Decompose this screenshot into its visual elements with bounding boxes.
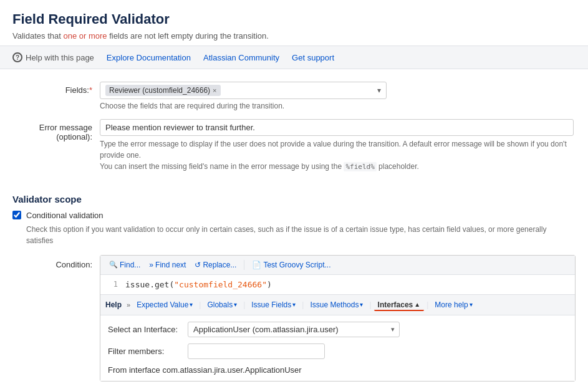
scope-title: Validator scope [12,194,576,204]
error-message-content: Type the error message to display if the… [100,119,576,173]
subtitle-after: fields are not left empty during the tra… [107,31,269,41]
condition-editor: 🔍 Find... » Find next ↺ Replace... 📄 [100,255,576,382]
select-interface-row: Select an Interface: ApplicationUser (co… [108,322,567,337]
nav-issue-methods-label: Issue Methods [310,300,359,309]
subtitle-before: Validates that [12,31,63,41]
page-subtitle: Validates that one or more fields are no… [12,31,576,41]
conditional-validation-label: Conditional validation [26,211,104,220]
conditional-validation-row: Conditional validation [12,211,576,220]
error-hint-1: Type the error message to display if the… [100,140,567,160]
nav-item-issue-fields[interactable]: Issue Fields ▾ [248,299,299,311]
search-icon: 🔍 [109,261,118,269]
nav-interfaces-arrow: ▲ [414,301,420,308]
fields-content: Reviewer (customfield_24666) × ▾ Choose … [100,82,576,110]
nav-item-more-help[interactable]: More help ▾ [431,299,476,311]
page-header: Field Required Validator Validates that … [0,0,588,46]
find-next-button[interactable]: » Find next [145,259,190,271]
code-text: issue.get("customfield_24666") [125,280,272,289]
nav-issue-methods-arrow: ▾ [360,301,363,308]
interface-select[interactable]: ApplicationUser (com.atlassian.jira.user… [188,322,400,337]
toolbar-divider [244,260,244,270]
field-tag-label: Reviewer (customfield_24666) [109,86,210,95]
nav-more-help-arrow: ▾ [470,301,473,308]
nav-more-help-label: More help [435,300,468,309]
error-message-label: Error message (optional): [12,119,100,142]
nav-item-expected[interactable]: Expected Value ▾ [133,299,196,311]
fields-dropdown-arrow[interactable]: ▾ [377,86,381,95]
conditional-validation-checkbox[interactable] [12,211,21,219]
interface-section: Select an Interface: ApplicationUser (co… [100,315,575,381]
form-area: Fields:* Reviewer (customfield_24666) × … [0,69,588,188]
code-line-1: 1 issue.get("customfield_24666") [105,280,570,289]
nav-globals-label: Globals [207,300,233,309]
filter-members-input[interactable] [188,343,325,359]
chevrons-icon: » [149,261,153,269]
error-hint-3: placeholder. [377,162,419,171]
nav-globals-arrow: ▾ [234,301,237,308]
filter-members-label: Filter members: [108,347,183,356]
scope-hint: Check this option if you want validation… [26,224,576,246]
line-number: 1 [105,280,118,289]
help-bar: ? Help with this page Explore Documentat… [0,46,588,69]
help-with-page-item: ? Help with this page [12,52,94,62]
get-support-link[interactable]: Get support [292,53,334,62]
nav-expected-label: Expected Value [137,300,188,309]
error-message-input[interactable] [100,119,574,136]
filter-members-row: Filter members: [108,343,567,359]
atlassian-community-link[interactable]: Atlassian Community [203,53,279,62]
test-icon: 📄 [252,261,261,269]
select-interface-label: Select an Interface: [108,325,183,334]
page-title: Field Required Validator [12,11,576,27]
help-nav-chevron: » [127,301,130,309]
error-hint-2: You can insert the missing field's name … [100,162,344,171]
find-button[interactable]: 🔍 Find... [105,259,144,271]
fields-select[interactable]: Reviewer (customfield_24666) × ▾ [100,82,387,99]
test-groovy-button[interactable]: 📄 Test Groovy Script... [248,259,334,271]
from-interface-text: From interface com.atlassian.jira.user.A… [108,365,302,375]
scope-section: Validator scope Conditional validation C… [0,188,588,385]
subtitle-highlight: one or more [63,31,107,41]
help-circle-icon: ? [12,52,22,62]
field-tag-remove[interactable]: × [213,87,216,94]
condition-label: Condition: [12,255,100,269]
replace-button[interactable]: ↺ Replace... [191,259,240,271]
editor-toolbar: 🔍 Find... » Find next ↺ Replace... 📄 [100,256,575,275]
fields-label: Fields:* [12,82,100,95]
field-tag: Reviewer (customfield_24666) × [105,85,221,96]
nav-issue-fields-arrow: ▾ [292,301,296,308]
page-container: Field Required Validator Validates that … [0,0,588,384]
field-placeholder-code: %field% [344,162,376,171]
explore-docs-link[interactable]: Explore Documentation [107,53,191,62]
help-with-page-label: Help with this page [26,53,94,62]
nav-interfaces-label: Interfaces [378,300,413,309]
nav-item-globals[interactable]: Globals ▾ [203,299,241,311]
help-nav-label: Help [105,300,122,309]
from-text: From interface com.atlassian.jira.user.A… [108,365,567,375]
required-indicator: * [89,85,92,95]
nav-issue-fields-label: Issue Fields [251,300,291,309]
error-message-row: Error message (optional): Type the error… [12,119,576,173]
fields-hint: Choose the fields that are required duri… [100,102,576,110]
error-hint: Type the error message to display if the… [100,138,576,173]
nav-item-interfaces[interactable]: Interfaces ▲ [374,299,425,311]
code-editor[interactable]: 1 issue.get("customfield_24666") [100,275,575,294]
fields-row: Fields:* Reviewer (customfield_24666) × … [12,82,576,110]
help-nav: Help » Expected Value ▾ | Globals ▾ | Is… [100,294,575,315]
interface-select-wrapper: ApplicationUser (com.atlassian.jira.user… [188,322,400,337]
nav-expected-arrow: ▾ [190,301,193,308]
replace-icon: ↺ [195,261,201,269]
condition-row: Condition: 🔍 Find... » Find next ↺ Repla… [12,255,576,382]
nav-item-issue-methods[interactable]: Issue Methods ▾ [306,299,367,311]
